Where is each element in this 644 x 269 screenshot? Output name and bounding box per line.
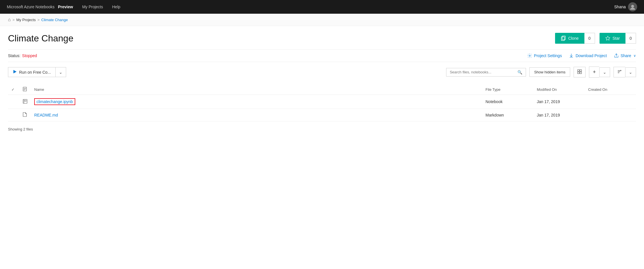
- breadcrumb-current: Climate Change: [41, 18, 68, 22]
- file-count: Showing 2 files: [8, 127, 636, 131]
- play-icon: [13, 70, 17, 75]
- download-project-link[interactable]: Download Project: [569, 53, 607, 58]
- file-list: climatechange.ipynb Notebook Jan 17, 201…: [8, 95, 636, 121]
- col-header-name: Name: [31, 85, 482, 95]
- run-button-main[interactable]: Run on Free Co...: [8, 67, 56, 77]
- search-icon: 🔍: [517, 70, 522, 75]
- breadcrumb-my-projects[interactable]: My Projects: [16, 18, 36, 22]
- breadcrumb-sep-2: >: [37, 18, 40, 22]
- col-header-icon: [19, 85, 31, 95]
- settings-icon: [527, 53, 532, 58]
- svg-rect-2: [561, 37, 564, 41]
- table-header: ✓ Name File Type Modified On Created On: [8, 85, 636, 95]
- svg-point-5: [529, 55, 531, 57]
- row-file-icon: [19, 95, 31, 109]
- brand-name: Microsoft Azure Notebooks: [7, 5, 54, 9]
- breadcrumb-sep-1: >: [13, 18, 15, 22]
- search-box: 🔍: [446, 68, 526, 77]
- run-label: Run on Free Co...: [19, 70, 51, 75]
- show-hidden-button[interactable]: Show hidden items: [529, 67, 570, 77]
- star-count: 0: [625, 33, 636, 44]
- share-dropdown-icon: ∨: [633, 54, 636, 58]
- svg-rect-7: [578, 70, 579, 71]
- project-settings-label: Project Settings: [534, 53, 562, 58]
- svg-rect-10: [580, 72, 582, 74]
- title-row: Climate Change Clone 0 Star 0: [8, 33, 636, 44]
- status-actions: Project Settings Download Project Share …: [527, 53, 636, 58]
- project-title: Climate Change: [8, 33, 73, 44]
- top-navigation: Microsoft Azure Notebooks Preview My Pro…: [0, 0, 644, 14]
- sort-icon: [617, 69, 622, 75]
- share-icon: [614, 53, 619, 58]
- row-check: [8, 109, 19, 121]
- run-dropdown-btn[interactable]: ⌄: [56, 68, 66, 77]
- status-label: Status:: [8, 53, 21, 58]
- run-button-group[interactable]: Run on Free Co... ⌄: [8, 67, 66, 77]
- grid-icon: [577, 69, 582, 75]
- col-header-created: Created On: [585, 85, 636, 95]
- nav-help[interactable]: Help: [112, 5, 120, 9]
- svg-marker-6: [13, 70, 17, 73]
- avatar[interactable]: [628, 2, 637, 11]
- row-created: [585, 109, 636, 121]
- clone-button[interactable]: Clone: [555, 33, 584, 44]
- svg-point-0: [631, 5, 634, 8]
- row-modified: Jan 17, 2019: [533, 95, 585, 109]
- username: Shana: [614, 5, 626, 9]
- plus-icon: +: [593, 69, 596, 75]
- breadcrumb: ⌂ > My Projects > Climate Change: [0, 14, 644, 26]
- svg-marker-4: [606, 36, 610, 40]
- status-row: Status: Stopped Project Settings Downloa…: [8, 49, 636, 62]
- star-icon: [605, 36, 610, 41]
- chevron-down-icon: ⌄: [59, 70, 62, 75]
- svg-rect-9: [578, 72, 579, 74]
- nav-my-projects[interactable]: My Projects: [82, 5, 103, 9]
- show-hidden-label: Show hidden items: [534, 70, 566, 74]
- star-button[interactable]: Star: [600, 33, 626, 44]
- add-button[interactable]: +: [589, 67, 599, 78]
- clone-icon: [561, 36, 566, 41]
- svg-rect-20: [25, 100, 26, 101]
- svg-point-1: [630, 8, 635, 10]
- col-header-check: ✓: [8, 85, 19, 95]
- nav-links: My Projects Help: [82, 5, 614, 9]
- user-menu[interactable]: Shana: [614, 2, 637, 11]
- clone-count: 0: [584, 33, 595, 44]
- svg-rect-3: [562, 36, 565, 40]
- sort-dropdown-button[interactable]: ⌄: [625, 67, 636, 77]
- file-link[interactable]: README.md: [34, 113, 58, 117]
- download-icon: [569, 53, 574, 58]
- search-input[interactable]: [450, 70, 515, 74]
- view-toggle-button[interactable]: [574, 67, 586, 77]
- project-settings-link[interactable]: Project Settings: [527, 53, 562, 58]
- status-value: Stopped: [22, 53, 37, 58]
- row-filename[interactable]: climatechange.ipynb: [31, 95, 482, 109]
- sort-button[interactable]: [613, 67, 625, 77]
- col-header-modified: Modified On: [533, 85, 585, 95]
- add-dropdown-button[interactable]: ⌄: [599, 67, 610, 77]
- file-table: ✓ Name File Type Modified On Created On: [8, 85, 636, 121]
- svg-rect-8: [580, 70, 582, 71]
- status-left: Status: Stopped: [8, 53, 37, 58]
- preview-label: Preview: [58, 5, 73, 9]
- breadcrumb-home[interactable]: ⌂: [8, 17, 11, 22]
- row-file-icon: [19, 109, 31, 121]
- table-row[interactable]: README.md Markdown Jan 17, 2019: [8, 109, 636, 121]
- row-modified: Jan 17, 2019: [533, 109, 585, 121]
- sort-button-group: ⌄: [613, 67, 636, 77]
- row-filename[interactable]: README.md: [31, 109, 482, 121]
- file-link-highlighted[interactable]: climatechange.ipynb: [34, 98, 75, 105]
- table-row[interactable]: climatechange.ipynb Notebook Jan 17, 201…: [8, 95, 636, 109]
- title-actions: Clone 0 Star 0: [555, 33, 636, 44]
- add-button-group: + ⌄: [589, 67, 610, 78]
- main-content: Climate Change Clone 0 Star 0 Status:: [0, 26, 644, 138]
- share-link[interactable]: Share ∨: [614, 53, 636, 58]
- check-icon: ✓: [11, 87, 15, 92]
- chevron-down-icon-sort: ⌄: [629, 70, 632, 75]
- row-filetype: Markdown: [482, 109, 533, 121]
- row-filetype: Notebook: [482, 95, 533, 109]
- row-check: [8, 95, 19, 109]
- download-project-label: Download Project: [576, 53, 607, 58]
- col-header-filetype: File Type: [482, 85, 533, 95]
- chevron-down-icon-add: ⌄: [603, 70, 606, 75]
